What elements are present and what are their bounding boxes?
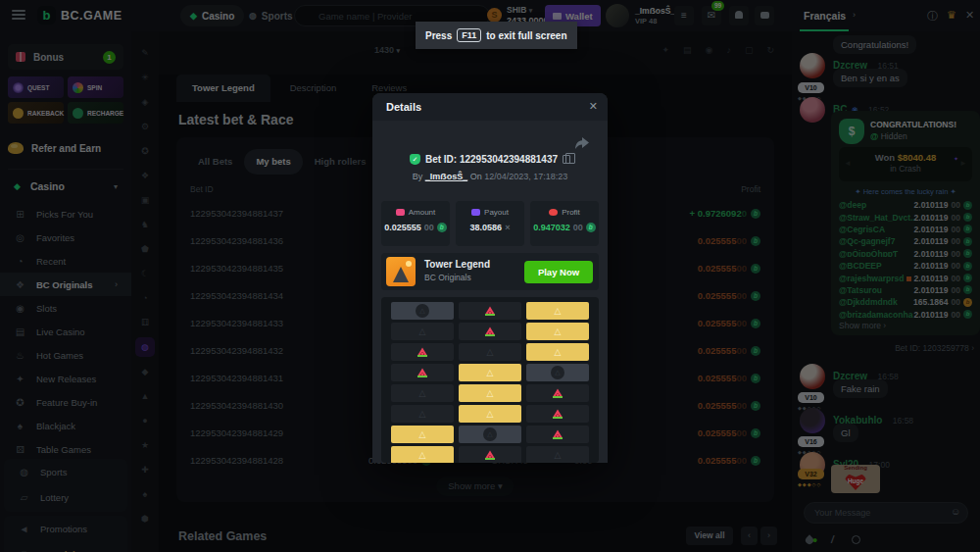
modal-bet-id: Bet ID: 122953042394881437: [425, 154, 558, 165]
play-now-button[interactable]: Play Now: [524, 261, 593, 283]
profit-icon: [549, 209, 558, 216]
coin-icon: [437, 223, 447, 232]
toast-text: Press: [425, 30, 452, 41]
tower-cell-gold: [391, 446, 454, 463]
tower-cell-dim: [391, 405, 454, 423]
tower-cell-gold: [391, 426, 454, 443]
tower-cell-dim: [526, 446, 589, 463]
stat-payout: Payout 38.0586×: [456, 201, 524, 246]
tower-cell-melon: [391, 343, 454, 361]
tower-cell-melon: [526, 426, 589, 443]
modal-game-card: Tower Legend BC Originals Play Now: [381, 253, 599, 290]
stat-amount: Amount 0.02555500: [381, 201, 450, 246]
modal-stats: Amount 0.02555500 Payout 38.0586× Profit…: [381, 201, 599, 246]
share-icon[interactable]: [575, 136, 590, 154]
verified-shield-icon: ✓: [410, 154, 420, 165]
tower-cell-gold: [459, 384, 521, 402]
tower-cell-gold: [526, 343, 589, 361]
modal-header: Details ✕: [372, 93, 608, 121]
tower-cell-block: △: [391, 302, 454, 320]
amount-icon: [396, 209, 405, 216]
fullscreen-toast: Press F11 to exit full screen: [416, 22, 577, 49]
tower-cell-gold: [526, 302, 589, 320]
bcgame-app: b BC.GAME ◆ Casino ◍ Sports ⌕ S SHIB ▾ 2…: [0, 0, 980, 552]
tower-cell-gold: [526, 323, 589, 340]
coin-icon: [586, 223, 596, 232]
tower-cell-dim: [459, 343, 521, 361]
game-name: Tower Legend: [424, 259, 490, 270]
bet-details-modal: Details ✕ ✓ Bet ID: 122953042394881437 B…: [372, 93, 608, 463]
modal-bet-id-row: ✓ Bet ID: 122953042394881437: [372, 154, 608, 165]
stat-profit: Profit 0.94703200: [530, 201, 599, 246]
game-category: BC Originals: [424, 273, 471, 282]
tower-cell-block: △: [459, 426, 521, 443]
toast-text: to exit full screen: [486, 30, 566, 41]
tower-cell-melon: [391, 364, 454, 381]
tower-cell-melon: [526, 384, 589, 402]
modal-datetime: 12/04/2023, 17:18:23: [484, 172, 567, 181]
f11-keycap: F11: [457, 28, 481, 42]
modal-by-row: By _ImẞosŜ_ On 12/04/2023, 17:18:23: [372, 172, 608, 181]
copy-icon[interactable]: [563, 155, 570, 164]
modal-title: Details: [386, 101, 421, 113]
modal-close-icon[interactable]: ✕: [589, 100, 598, 113]
tower-cell-melon: [459, 446, 521, 463]
tower-result-grid: △△△: [381, 297, 599, 463]
tower-cell-dim: [391, 323, 454, 340]
tower-cell-dim: [391, 384, 454, 402]
tower-cell-melon: [459, 302, 521, 320]
tower-cell-melon: [526, 405, 589, 423]
tower-cell-gold: [459, 405, 521, 423]
tower-cell-block: △: [526, 364, 589, 381]
tower-legend-thumbnail[interactable]: [386, 257, 416, 286]
tower-cell-melon: [459, 323, 521, 340]
tower-cell-gold: [459, 364, 521, 381]
modal-player-link[interactable]: _ImẞosŜ_: [425, 172, 467, 181]
payout-icon: [471, 209, 480, 216]
